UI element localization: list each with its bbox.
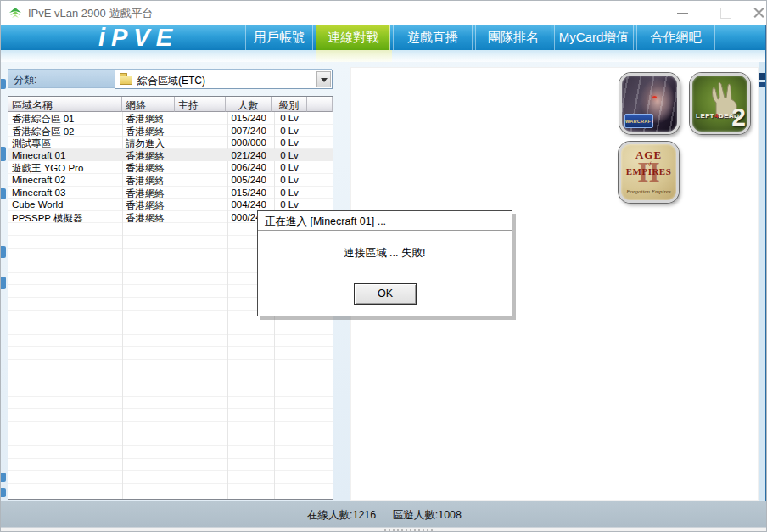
- cell-level: 0 Lv: [272, 112, 307, 125]
- cell-host: [175, 125, 226, 137]
- cell-host: [175, 174, 226, 187]
- cell-players: 006/240: [226, 161, 272, 174]
- folder-icon: [120, 76, 132, 85]
- ok-button[interactable]: OK: [354, 283, 417, 305]
- left-edge-artifact: [1, 79, 6, 89]
- table-body: 香港綜合區 01 香港網絡 015/240 0 Lv 香港綜合區 02 香港網絡…: [8, 112, 333, 223]
- cell-network: 香港網絡: [122, 199, 175, 211]
- active-tab-reflection: [316, 50, 392, 62]
- cell-level: 0 Lv: [272, 161, 307, 174]
- tab-online-battle[interactable]: 連線對戰: [316, 25, 390, 50]
- tab-partner-cafe[interactable]: 合作網吧: [636, 25, 715, 50]
- table-row[interactable]: 香港綜合區 01 香港網絡 015/240 0 Lv: [8, 112, 333, 125]
- close-button[interactable]: [741, 1, 767, 25]
- table-row[interactable]: 遊戲王 YGO Pro 香港網絡 006/240 0 Lv: [8, 161, 333, 174]
- table-row[interactable]: 測試專區 請勿進入 000/000 0 Lv: [8, 137, 333, 149]
- cell-players: 015/240: [226, 187, 272, 199]
- cell-zone-name: PPSSPP 模擬器: [8, 211, 122, 224]
- cell-host: [175, 137, 226, 149]
- cell-network: 香港網絡: [122, 187, 175, 199]
- cell-level: 0 Lv: [272, 199, 307, 211]
- tab-game-live[interactable]: 遊戲直播: [393, 25, 473, 50]
- cell-host: [175, 112, 226, 125]
- column-header-zone-name[interactable]: 區域名稱: [8, 97, 122, 112]
- cell-level: 0 Lv: [272, 125, 307, 137]
- column-header-network[interactable]: 網絡: [122, 97, 175, 112]
- cell-host: [175, 187, 226, 199]
- game-icon-left4dead2[interactable]: LEFT4DEAD 2: [690, 73, 750, 134]
- l4d2-number-2: 2: [731, 104, 746, 130]
- cell-level: 0 Lv: [272, 174, 307, 187]
- cell-network: 香港網絡: [122, 161, 175, 174]
- cell-zone-name: 香港綜合區 02: [8, 125, 122, 137]
- warcraft3-eye: [652, 96, 657, 98]
- cell-players: 021/240: [226, 149, 272, 162]
- category-selected-value: 綜合區域(ETC): [137, 74, 205, 88]
- right-edge-strip: [759, 62, 765, 501]
- table-row[interactable]: Minecraft 02 香港網絡 005/240 0 Lv: [8, 174, 333, 187]
- table-row[interactable]: Cube World 香港網絡 004/240 0 Lv: [8, 199, 333, 211]
- left-edge-artifact: [1, 488, 6, 497]
- window-title: IPvE vLan 2900 遊戲平台: [28, 6, 153, 21]
- maximize-button[interactable]: [707, 1, 744, 25]
- cell-players: 007/240: [226, 125, 272, 137]
- cell-players: 015/240: [226, 112, 272, 125]
- column-header-blank[interactable]: [307, 97, 333, 112]
- cell-level: 0 Lv: [272, 187, 307, 199]
- cell-host: [175, 199, 226, 211]
- app-icon: [8, 6, 22, 20]
- left-edge-artifact: [1, 246, 6, 258]
- tab-user-account[interactable]: 用戶帳號: [245, 25, 313, 50]
- table-row-selected[interactable]: Minecraft 01 香港網絡 021/240 0 Lv: [8, 149, 333, 162]
- left-edge-artifact: [1, 473, 6, 482]
- game-icon-warcraft3[interactable]: WARCRAFT: [619, 73, 680, 134]
- cell-network: 香港網絡: [122, 149, 175, 162]
- connect-failed-dialog: 正在進入 [Minecraft 01] ... 連接區域 ... 失敗! OK: [257, 210, 512, 316]
- cell-players: 004/240: [226, 199, 272, 211]
- category-label: 分類:: [14, 73, 36, 87]
- cell-host: [175, 161, 226, 174]
- zone-count: 區遊人數:1008: [393, 509, 462, 521]
- dialog-title: 正在進入 [Minecraft 01] ...: [258, 211, 512, 231]
- cell-level: 0 Lv: [272, 149, 307, 162]
- game-icon-aoe2[interactable]: II AGE of EMPIRES Forgotten Empires: [619, 142, 679, 203]
- cell-zone-name: Cube World: [8, 199, 122, 211]
- minimize-button[interactable]: [664, 1, 702, 25]
- aoe2-numeral: II: [621, 156, 676, 188]
- cell-host: [175, 149, 226, 162]
- tab-mycard-topup[interactable]: MyCard增值: [554, 25, 634, 50]
- online-count: 在線人數:1216: [307, 509, 376, 521]
- dialog-message: 連接區域 ... 失敗!: [258, 246, 512, 260]
- cell-level: 0 Lv: [272, 137, 307, 149]
- status-bar: 在線人數:1216 區遊人數:1008: [1, 501, 767, 527]
- dropdown-arrow-button[interactable]: [316, 71, 331, 87]
- cell-zone-name: 遊戲王 YGO Pro: [8, 161, 122, 174]
- cell-zone-name: 測試專區: [8, 137, 122, 149]
- aoe2-subtitle: Forgotten Empires: [621, 188, 676, 195]
- table-row[interactable]: Minecraft 03 香港網絡 015/240 0 Lv: [8, 187, 333, 199]
- cell-network: 香港網絡: [122, 125, 175, 137]
- tab-team-ranking[interactable]: 團隊排名: [475, 25, 551, 50]
- app-window: IPvE vLan 2900 遊戲平台 iPVE 用戶帳號 連線對戰 遊戲直播 …: [0, 0, 767, 532]
- bottom-grip-marks: [384, 529, 434, 531]
- cell-network: 香港網絡: [122, 112, 175, 125]
- l4d2-word-left: LEFT: [696, 112, 714, 120]
- cell-players: 000/000: [226, 137, 272, 149]
- cell-network: 香港網絡: [122, 211, 175, 224]
- column-header-level[interactable]: 級別: [272, 97, 307, 112]
- title-bar: IPvE vLan 2900 遊戲平台: [1, 1, 767, 25]
- cell-zone-name: 香港綜合區 01: [8, 112, 122, 125]
- nav-tabs: 用戶帳號 連線對戰 遊戲直播 團隊排名 MyCard增值 合作網吧: [245, 25, 715, 50]
- table-row[interactable]: 香港綜合區 02 香港網絡 007/240 0 Lv: [8, 125, 333, 137]
- warcraft3-logo-text: WARCRAFT: [624, 114, 653, 128]
- status-text: 在線人數:1216 區遊人數:1008: [1, 508, 767, 523]
- column-header-players[interactable]: 人數: [226, 97, 272, 112]
- cell-zone-name: Minecraft 01: [8, 149, 122, 162]
- category-filter-row: 分類: 綜合區域(ETC): [8, 69, 332, 88]
- table-header: 區域名稱 網絡 主持 人數 級別: [8, 97, 333, 112]
- category-dropdown[interactable]: 綜合區域(ETC): [115, 70, 333, 89]
- cell-host: [175, 211, 226, 224]
- cell-zone-name: Minecraft 02: [8, 174, 122, 187]
- column-header-host[interactable]: 主持: [175, 97, 226, 112]
- left-edge-artifact: [1, 277, 6, 289]
